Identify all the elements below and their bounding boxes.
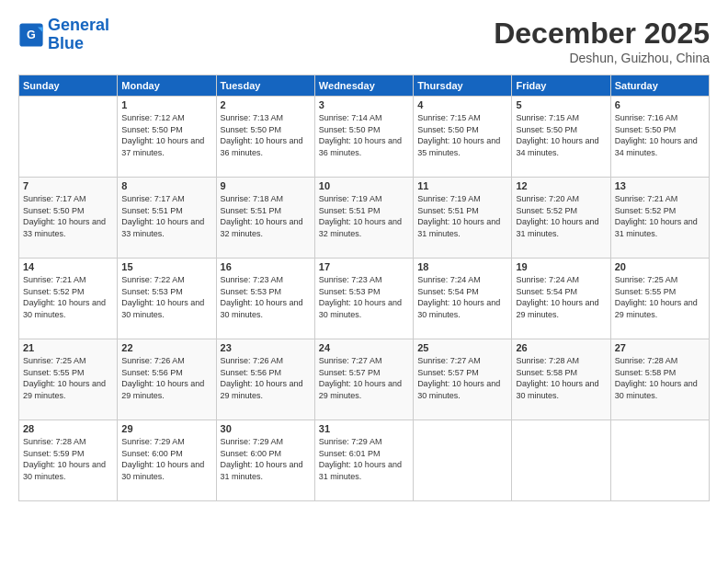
calendar-cell: 12Sunrise: 7:20 AMSunset: 5:52 PMDayligh… [512, 178, 610, 259]
calendar-cell: 17Sunrise: 7:23 AMSunset: 5:53 PMDayligh… [314, 259, 413, 339]
day-info: Sunrise: 7:23 AMSunset: 5:53 PMDaylight:… [319, 274, 409, 320]
calendar-cell: 29Sunrise: 7:29 AMSunset: 6:00 PMDayligh… [118, 420, 216, 501]
day-info: Sunrise: 7:14 AMSunset: 5:50 PMDaylight:… [319, 112, 409, 158]
day-number: 23 [221, 342, 311, 353]
day-number: 16 [221, 261, 311, 272]
logo: G General Blue [18, 17, 109, 53]
day-number: 14 [23, 261, 113, 272]
day-info: Sunrise: 7:28 AMSunset: 5:58 PMDaylight:… [516, 355, 606, 401]
day-of-week-header: Sunday [19, 75, 118, 97]
day-info: Sunrise: 7:21 AMSunset: 5:52 PMDaylight:… [615, 193, 705, 239]
day-info: Sunrise: 7:29 AMSunset: 6:00 PMDaylight:… [221, 436, 311, 482]
day-info: Sunrise: 7:26 AMSunset: 5:56 PMDaylight:… [121, 355, 211, 401]
day-number: 19 [516, 261, 606, 272]
day-number: 15 [121, 261, 211, 272]
calendar-week-row: 1Sunrise: 7:12 AMSunset: 5:50 PMDaylight… [19, 97, 710, 178]
calendar-cell: 31Sunrise: 7:29 AMSunset: 6:01 PMDayligh… [314, 420, 413, 501]
calendar-cell: 20Sunrise: 7:25 AMSunset: 5:55 PMDayligh… [610, 259, 709, 339]
calendar-cell: 18Sunrise: 7:24 AMSunset: 5:54 PMDayligh… [414, 259, 512, 339]
calendar-cell: 11Sunrise: 7:19 AMSunset: 5:51 PMDayligh… [414, 178, 512, 259]
day-info: Sunrise: 7:22 AMSunset: 5:53 PMDaylight:… [121, 274, 211, 320]
calendar-cell: 28Sunrise: 7:28 AMSunset: 5:59 PMDayligh… [19, 420, 118, 501]
day-number: 21 [23, 342, 113, 353]
day-number: 30 [221, 423, 311, 434]
calendar-cell [19, 97, 118, 178]
day-of-week-header: Thursday [414, 75, 512, 97]
calendar-cell: 4Sunrise: 7:15 AMSunset: 5:50 PMDaylight… [414, 97, 512, 178]
calendar-cell: 26Sunrise: 7:28 AMSunset: 5:58 PMDayligh… [512, 339, 610, 420]
day-number: 18 [417, 261, 507, 272]
calendar-header-row: SundayMondayTuesdayWednesdayThursdayFrid… [19, 75, 710, 97]
calendar-cell [414, 420, 512, 501]
day-of-week-header: Tuesday [216, 75, 314, 97]
day-number: 31 [319, 423, 409, 434]
day-number: 29 [121, 423, 211, 434]
day-info: Sunrise: 7:24 AMSunset: 5:54 PMDaylight:… [516, 274, 606, 320]
day-number: 2 [221, 99, 311, 110]
header: G General Blue December 2025 Deshun, Gui… [18, 17, 710, 65]
day-number: 8 [121, 180, 211, 191]
day-of-week-header: Wednesday [314, 75, 413, 97]
title-block: December 2025 Deshun, Guizhou, China [494, 17, 710, 65]
day-of-week-header: Saturday [610, 75, 709, 97]
day-number: 20 [615, 261, 705, 272]
day-info: Sunrise: 7:27 AMSunset: 5:57 PMDaylight:… [417, 355, 507, 401]
day-number: 28 [23, 423, 113, 434]
page: G General Blue December 2025 Deshun, Gui… [0, 0, 728, 563]
calendar-table: SundayMondayTuesdayWednesdayThursdayFrid… [18, 75, 710, 501]
day-number: 27 [615, 342, 705, 353]
calendar-cell: 19Sunrise: 7:24 AMSunset: 5:54 PMDayligh… [512, 259, 610, 339]
calendar-cell: 27Sunrise: 7:28 AMSunset: 5:58 PMDayligh… [610, 339, 709, 420]
day-number: 4 [417, 99, 507, 110]
day-info: Sunrise: 7:28 AMSunset: 5:59 PMDaylight:… [23, 436, 113, 482]
calendar-cell: 3Sunrise: 7:14 AMSunset: 5:50 PMDaylight… [314, 97, 413, 178]
calendar-cell: 24Sunrise: 7:27 AMSunset: 5:57 PMDayligh… [314, 339, 413, 420]
day-info: Sunrise: 7:23 AMSunset: 5:53 PMDaylight:… [221, 274, 311, 320]
calendar-cell: 30Sunrise: 7:29 AMSunset: 6:00 PMDayligh… [216, 420, 314, 501]
calendar-cell: 23Sunrise: 7:26 AMSunset: 5:56 PMDayligh… [216, 339, 314, 420]
day-number: 11 [417, 180, 507, 191]
day-info: Sunrise: 7:28 AMSunset: 5:58 PMDaylight:… [615, 355, 705, 401]
day-info: Sunrise: 7:18 AMSunset: 5:51 PMDaylight:… [221, 193, 311, 239]
month-title: December 2025 [494, 17, 710, 51]
calendar-cell: 1Sunrise: 7:12 AMSunset: 5:50 PMDaylight… [118, 97, 216, 178]
day-number: 12 [516, 180, 606, 191]
day-number: 6 [615, 99, 705, 110]
day-info: Sunrise: 7:24 AMSunset: 5:54 PMDaylight:… [417, 274, 507, 320]
location: Deshun, Guizhou, China [494, 51, 710, 65]
day-of-week-header: Monday [118, 75, 216, 97]
svg-text:G: G [27, 29, 36, 41]
day-of-week-header: Friday [512, 75, 610, 97]
day-number: 10 [319, 180, 409, 191]
day-number: 25 [417, 342, 507, 353]
calendar-week-row: 21Sunrise: 7:25 AMSunset: 5:55 PMDayligh… [19, 339, 710, 420]
calendar-cell: 8Sunrise: 7:17 AMSunset: 5:51 PMDaylight… [118, 178, 216, 259]
logo-text: General Blue [48, 17, 109, 53]
logo-icon: G [18, 22, 44, 48]
calendar-cell: 10Sunrise: 7:19 AMSunset: 5:51 PMDayligh… [314, 178, 413, 259]
day-number: 9 [221, 180, 311, 191]
calendar-cell: 13Sunrise: 7:21 AMSunset: 5:52 PMDayligh… [610, 178, 709, 259]
day-info: Sunrise: 7:15 AMSunset: 5:50 PMDaylight:… [516, 112, 606, 158]
day-info: Sunrise: 7:15 AMSunset: 5:50 PMDaylight:… [417, 112, 507, 158]
calendar-cell: 25Sunrise: 7:27 AMSunset: 5:57 PMDayligh… [414, 339, 512, 420]
day-info: Sunrise: 7:16 AMSunset: 5:50 PMDaylight:… [615, 112, 705, 158]
day-info: Sunrise: 7:27 AMSunset: 5:57 PMDaylight:… [319, 355, 409, 401]
day-number: 17 [319, 261, 409, 272]
day-info: Sunrise: 7:29 AMSunset: 6:00 PMDaylight:… [121, 436, 211, 482]
day-info: Sunrise: 7:26 AMSunset: 5:56 PMDaylight:… [221, 355, 311, 401]
calendar-cell: 5Sunrise: 7:15 AMSunset: 5:50 PMDaylight… [512, 97, 610, 178]
calendar-week-row: 28Sunrise: 7:28 AMSunset: 5:59 PMDayligh… [19, 420, 710, 501]
calendar-cell: 15Sunrise: 7:22 AMSunset: 5:53 PMDayligh… [118, 259, 216, 339]
day-number: 24 [319, 342, 409, 353]
day-info: Sunrise: 7:13 AMSunset: 5:50 PMDaylight:… [221, 112, 311, 158]
day-number: 3 [319, 99, 409, 110]
day-info: Sunrise: 7:17 AMSunset: 5:50 PMDaylight:… [23, 193, 113, 239]
day-info: Sunrise: 7:12 AMSunset: 5:50 PMDaylight:… [121, 112, 211, 158]
day-info: Sunrise: 7:19 AMSunset: 5:51 PMDaylight:… [417, 193, 507, 239]
day-info: Sunrise: 7:19 AMSunset: 5:51 PMDaylight:… [319, 193, 409, 239]
day-info: Sunrise: 7:25 AMSunset: 5:55 PMDaylight:… [23, 355, 113, 401]
calendar-cell: 6Sunrise: 7:16 AMSunset: 5:50 PMDaylight… [610, 97, 709, 178]
calendar-cell: 9Sunrise: 7:18 AMSunset: 5:51 PMDaylight… [216, 178, 314, 259]
calendar-cell: 22Sunrise: 7:26 AMSunset: 5:56 PMDayligh… [118, 339, 216, 420]
